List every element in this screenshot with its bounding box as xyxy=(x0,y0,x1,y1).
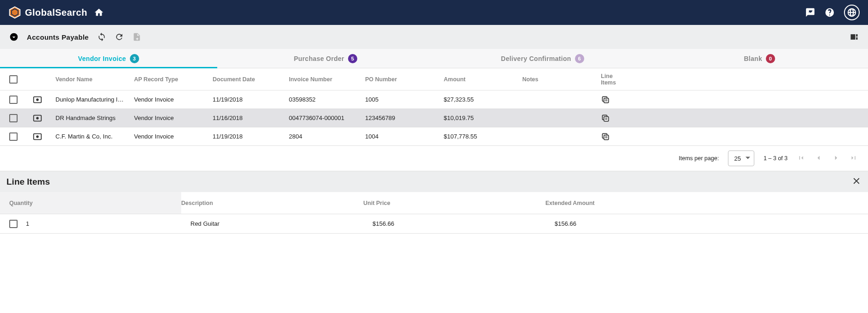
tab-badge: 0 xyxy=(766,54,775,63)
line-items-icon[interactable] xyxy=(601,114,610,123)
cell-po: 123456789 xyxy=(365,114,444,121)
li-col-extended[interactable]: Extended Amount xyxy=(545,200,859,206)
select-all-checkbox[interactable] xyxy=(9,75,18,84)
col-header-amount[interactable]: Amount xyxy=(444,76,522,83)
svg-rect-9 xyxy=(604,98,609,102)
close-line-items-button[interactable] xyxy=(851,176,862,187)
home-button[interactable] xyxy=(94,7,104,18)
document-add-icon xyxy=(132,32,141,42)
line-items-icon[interactable] xyxy=(601,132,610,141)
pagination-range: 1 – 3 of 3 xyxy=(764,155,788,162)
view-record-icon[interactable] xyxy=(32,132,43,142)
globe-button[interactable] xyxy=(844,5,860,20)
layout-toggle-icon[interactable] xyxy=(850,32,859,42)
prev-page-button[interactable] xyxy=(814,154,823,163)
view-record-icon[interactable] xyxy=(32,113,43,123)
svg-rect-5 xyxy=(856,37,857,40)
col-header-date[interactable]: Document Date xyxy=(213,76,289,83)
cell-amount: $27,323.55 xyxy=(444,96,522,103)
share-icon[interactable] xyxy=(805,7,815,18)
first-page-button[interactable] xyxy=(797,154,805,163)
li-col-description[interactable]: Description xyxy=(181,200,363,206)
line-item-row[interactable]: 1Red Guitar$156.66$156.66 xyxy=(0,214,868,234)
items-per-page-select[interactable]: 25 xyxy=(728,150,754,166)
li-col-unitprice[interactable]: Unit Price xyxy=(363,200,545,206)
pagination: Items per page: 25 1 – 3 of 3 xyxy=(0,146,868,171)
cell-amount: $10,019.75 xyxy=(444,114,522,121)
tab-purchase-order[interactable]: Purchase Order5 xyxy=(217,49,434,68)
tab-badge: 3 xyxy=(130,54,139,63)
svg-rect-15 xyxy=(604,116,609,121)
col-header-vendor[interactable]: Vendor Name xyxy=(55,76,134,83)
hex-logo-icon xyxy=(8,6,21,19)
tab-label: Vendor Invoice xyxy=(78,55,126,62)
tab-label: Blank xyxy=(744,55,762,62)
li-row-checkbox[interactable] xyxy=(9,220,18,228)
tab-vendor-invoice[interactable]: Vendor Invoice3 xyxy=(0,49,217,68)
table-row[interactable]: DR Handmade StringsVendor Invoice11/16/2… xyxy=(0,109,868,127)
cell-vendor: DR Handmade Strings xyxy=(55,114,134,121)
table-row[interactable]: C.F. Martin & Co, Inc.Vendor Invoice11/1… xyxy=(0,127,868,146)
li-cell-unitprice: $156.66 xyxy=(373,220,555,227)
next-page-button[interactable] xyxy=(832,154,840,163)
cell-date: 11/19/2018 xyxy=(213,96,289,103)
li-cell-quantity: 1 xyxy=(26,220,190,227)
cell-po: 1005 xyxy=(365,96,444,103)
refresh-icon[interactable] xyxy=(115,32,124,42)
records-table: Vendor Name AP Record Type Document Date… xyxy=(0,68,868,146)
row-checkbox[interactable] xyxy=(9,132,18,141)
li-cell-description: Red Guitar xyxy=(190,220,373,227)
cell-date: 11/19/2018 xyxy=(213,133,289,140)
tab-label: Delivery Confirmation xyxy=(501,55,571,62)
brand-logo[interactable]: GlobalSearch xyxy=(8,6,87,19)
col-header-invoice[interactable]: Invoice Number xyxy=(289,76,365,83)
cell-amount: $107,778.55 xyxy=(444,133,522,140)
svg-rect-21 xyxy=(604,135,609,139)
toolbar: Accounts Payable xyxy=(0,25,868,49)
view-record-icon[interactable] xyxy=(32,95,43,105)
svg-point-7 xyxy=(36,98,39,101)
row-checkbox[interactable] xyxy=(9,114,18,122)
li-cell-extended: $156.66 xyxy=(555,220,859,227)
table-header-row: Vendor Name AP Record Type Document Date… xyxy=(0,68,868,90)
cell-po: 1004 xyxy=(365,133,444,140)
cell-invoice: 2804 xyxy=(289,133,365,140)
page-title: Accounts Payable xyxy=(27,33,89,41)
col-header-type[interactable]: AP Record Type xyxy=(134,76,213,83)
table-row[interactable]: Dunlop Manufacturing I…Vendor Invoice11/… xyxy=(0,90,868,109)
cell-invoice: 0047736074-000001 xyxy=(289,114,365,121)
svg-rect-4 xyxy=(856,34,857,36)
items-per-page-label: Items per page: xyxy=(679,155,719,162)
line-items-table-header: Quantity Description Unit Price Extended… xyxy=(0,192,868,214)
help-icon[interactable] xyxy=(825,7,835,18)
line-items-title: Line Items xyxy=(6,177,50,187)
svg-point-13 xyxy=(36,117,39,120)
row-checkbox[interactable] xyxy=(9,96,18,104)
caret-down-icon xyxy=(746,155,750,162)
col-header-lineitems[interactable]: Line Items xyxy=(601,73,629,86)
tab-delivery-confirmation[interactable]: Delivery Confirmation6 xyxy=(434,49,651,68)
cell-type: Vendor Invoice xyxy=(134,133,213,140)
cell-vendor: C.F. Martin & Co, Inc. xyxy=(55,133,134,140)
tabs: Vendor Invoice3Purchase Order5Delivery C… xyxy=(0,49,868,68)
tab-badge: 5 xyxy=(348,54,357,63)
cell-vendor: Dunlop Manufacturing I… xyxy=(55,96,134,103)
cell-date: 11/16/2018 xyxy=(213,114,289,121)
collapse-button[interactable] xyxy=(9,32,18,42)
tab-badge: 6 xyxy=(575,54,584,63)
sync-icon[interactable] xyxy=(97,32,106,42)
last-page-button[interactable] xyxy=(850,154,858,163)
col-header-notes[interactable]: Notes xyxy=(522,76,601,83)
line-items-icon[interactable] xyxy=(601,95,610,104)
tab-label: Purchase Order xyxy=(294,55,344,62)
li-col-quantity[interactable]: Quantity xyxy=(9,200,33,206)
svg-rect-3 xyxy=(851,34,856,40)
svg-point-19 xyxy=(36,135,39,138)
brand-name: GlobalSearch xyxy=(25,7,87,18)
tab-blank[interactable]: Blank0 xyxy=(651,49,868,68)
cell-type: Vendor Invoice xyxy=(134,114,213,121)
line-items-header: Line Items xyxy=(0,171,868,192)
cell-invoice: 03598352 xyxy=(289,96,365,103)
top-header: GlobalSearch xyxy=(0,0,868,25)
col-header-po[interactable]: PO Number xyxy=(365,76,444,83)
